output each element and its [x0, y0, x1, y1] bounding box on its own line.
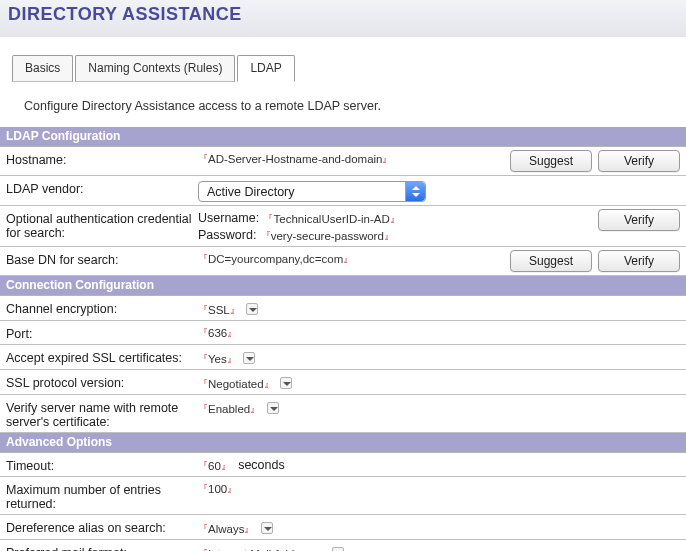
verify-server-field[interactable]: 『 Enabled 』	[198, 402, 260, 416]
row-channel-encryption: Channel encryption: 『 SSL 』	[0, 296, 686, 321]
qr: 』	[230, 303, 240, 317]
vendor-select[interactable]: Active Directory	[198, 181, 426, 202]
ql: 『	[198, 252, 208, 266]
base-dn-field[interactable]: 『 DC=yourcompany,dc=com 』	[198, 252, 502, 266]
username-value: TechnicalUserID-in-AD	[273, 213, 389, 225]
qr: 』	[244, 522, 254, 536]
ql: 『	[198, 402, 208, 416]
ql: 『	[198, 326, 208, 340]
label-timeout: Timeout:	[6, 456, 198, 473]
qr: 』	[343, 252, 353, 266]
row-mail-format: Preferred mail format: 『 Internet Mail A…	[0, 540, 686, 551]
ql: 『	[198, 522, 208, 536]
suggest-button[interactable]: Suggest	[510, 250, 592, 272]
row-timeout: Timeout: 『 60 』 seconds	[0, 453, 686, 477]
description: Configure Directory Assistance access to…	[0, 83, 686, 127]
base-dn-value: DC=yourcompany,dc=com	[208, 253, 343, 265]
label-channel-encryption: Channel encryption:	[6, 299, 198, 316]
password-field[interactable]: 『 very-secure-password 』	[261, 229, 394, 243]
qr: 』	[227, 482, 237, 496]
max-entries-field[interactable]: 『 100 』	[198, 482, 680, 496]
deref-field[interactable]: 『 Always 』	[198, 522, 254, 536]
section-ldap-configuration: LDAP Configuration	[0, 127, 686, 147]
ql: 『	[198, 547, 208, 551]
ssl-protocol-field[interactable]: 『 Negotiated 』	[198, 377, 274, 391]
row-deref: Dereference alias on search: 『 Always 』	[0, 515, 686, 540]
ql: 『	[198, 152, 208, 166]
label-accept-expired: Accept expired SSL certificates:	[6, 348, 198, 365]
row-opt-auth: Optional authentication credential for s…	[0, 206, 686, 247]
label-max-entries: Maximum number of entries returned:	[6, 480, 198, 511]
verify-button[interactable]: Verify	[598, 209, 680, 231]
accept-expired-value: Yes	[208, 353, 227, 365]
row-max-entries: Maximum number of entries returned: 『 10…	[0, 477, 686, 515]
row-vendor: LDAP vendor: Active Directory	[0, 176, 686, 206]
ql: 『	[261, 229, 271, 243]
label-verify-server: Verify server name with remote server's …	[6, 398, 198, 429]
port-value: 636	[208, 327, 227, 339]
qr: 』	[227, 352, 237, 366]
label-port: Port:	[6, 324, 198, 341]
tab-basics[interactable]: Basics	[12, 55, 73, 82]
qr: 』	[382, 152, 392, 166]
ql: 『	[263, 212, 273, 226]
verify-server-value: Enabled	[208, 403, 250, 415]
chevron-down-icon[interactable]	[246, 303, 258, 315]
label-mail-format: Preferred mail format:	[6, 543, 198, 551]
chevron-down-icon[interactable]	[280, 377, 292, 389]
ql: 『	[198, 303, 208, 317]
chevron-down-icon[interactable]	[332, 547, 344, 551]
port-field[interactable]: 『 636 』	[198, 326, 680, 340]
qr: 』	[384, 229, 394, 243]
channel-encryption-field[interactable]: 『 SSL 』	[198, 303, 240, 317]
header: DIRECTORY ASSISTANCE	[0, 0, 686, 37]
hostname-value: AD-Server-Hostname-and-domain	[208, 153, 382, 165]
row-ssl-protocol: SSL protocol version: 『 Negotiated 』	[0, 370, 686, 395]
qr: 』	[250, 402, 260, 416]
qr: 』	[227, 326, 237, 340]
channel-encryption-value: SSL	[208, 304, 230, 316]
label-password: Password:	[198, 228, 256, 242]
ql: 『	[198, 459, 208, 473]
chevron-down-icon[interactable]	[261, 522, 273, 534]
section-connection-configuration: Connection Configuration	[0, 276, 686, 296]
qr: 』	[316, 547, 326, 551]
ql: 『	[198, 377, 208, 391]
username-field[interactable]: 『 TechnicalUserID-in-AD 』	[263, 212, 399, 226]
deref-value: Always	[208, 523, 244, 535]
chevron-updown-icon	[405, 182, 425, 201]
ssl-protocol-value: Negotiated	[208, 378, 264, 390]
label-base-dn: Base DN for search:	[6, 250, 198, 267]
mail-format-field[interactable]: 『 Internet Mail Address 』	[198, 547, 326, 551]
label-hostname: Hostname:	[6, 150, 198, 167]
chevron-down-icon[interactable]	[267, 402, 279, 414]
qr: 』	[221, 459, 231, 473]
suggest-button[interactable]: Suggest	[510, 150, 592, 172]
accept-expired-field[interactable]: 『 Yes 』	[198, 352, 237, 366]
label-username: Username:	[198, 211, 259, 225]
row-verify-server: Verify server name with remote server's …	[0, 395, 686, 433]
chevron-down-icon[interactable]	[243, 352, 255, 364]
label-vendor: LDAP vendor:	[6, 179, 198, 196]
tabs: Basics Naming Contexts (Rules) LDAP	[0, 37, 686, 83]
row-base-dn: Base DN for search: 『 DC=yourcompany,dc=…	[0, 247, 686, 276]
timeout-field[interactable]: 『 60 』	[198, 459, 231, 473]
timeout-value: 60	[208, 460, 221, 472]
label-deref: Dereference alias on search:	[6, 518, 198, 535]
row-accept-expired: Accept expired SSL certificates: 『 Yes 』	[0, 345, 686, 370]
ql: 『	[198, 352, 208, 366]
tab-ldap[interactable]: LDAP	[237, 55, 294, 82]
row-port: Port: 『 636 』	[0, 321, 686, 345]
row-hostname: Hostname: 『 AD-Server-Hostname-and-domai…	[0, 147, 686, 176]
label-ssl-protocol: SSL protocol version:	[6, 373, 198, 390]
qr: 』	[264, 377, 274, 391]
password-value: very-secure-password	[271, 230, 384, 242]
label-opt-auth: Optional authentication credential for s…	[6, 209, 198, 240]
tab-naming-contexts[interactable]: Naming Contexts (Rules)	[75, 55, 235, 82]
hostname-field[interactable]: 『 AD-Server-Hostname-and-domain 』	[198, 152, 502, 166]
max-entries-value: 100	[208, 483, 227, 495]
verify-button[interactable]: Verify	[598, 250, 680, 272]
verify-button[interactable]: Verify	[598, 150, 680, 172]
qr: 』	[390, 212, 400, 226]
page-title: DIRECTORY ASSISTANCE	[8, 4, 242, 25]
